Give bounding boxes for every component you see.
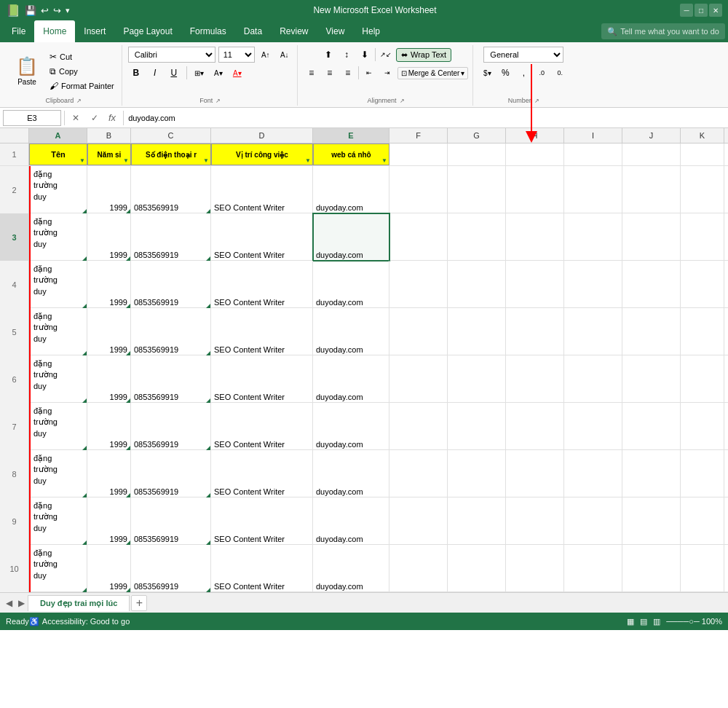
decrease-font-btn[interactable]: A↓ bbox=[277, 47, 293, 63]
quick-more[interactable]: ▾ bbox=[66, 6, 70, 15]
cell-i2[interactable] bbox=[564, 166, 622, 213]
cell-a9[interactable]: đặngtrườngduy bbox=[29, 497, 87, 545]
search-bar[interactable]: 🔍 Tell me what you want to do bbox=[601, 23, 725, 39]
decrease-decimal-btn[interactable]: .0 bbox=[534, 65, 550, 81]
menu-page-layout[interactable]: Page Layout bbox=[114, 20, 181, 42]
col-header-k[interactable]: K bbox=[681, 128, 724, 143]
col-header-c[interactable]: C bbox=[131, 128, 211, 143]
maximize-btn[interactable]: □ bbox=[695, 4, 708, 17]
col-header-i[interactable]: I bbox=[564, 128, 622, 143]
align-bottom-btn[interactable]: ⬇ bbox=[357, 47, 373, 63]
cell-d6[interactable]: SEO Content Writer bbox=[211, 355, 313, 403]
currency-btn[interactable]: $▾ bbox=[479, 65, 495, 81]
decrease-indent-btn[interactable]: ⇤ bbox=[361, 65, 377, 81]
col-header-h[interactable]: H bbox=[506, 128, 564, 143]
cell-h2[interactable] bbox=[506, 166, 564, 213]
cell-f9[interactable] bbox=[389, 497, 448, 545]
cell-k6[interactable] bbox=[681, 355, 724, 403]
cell-a8[interactable]: đặngtrườngduy bbox=[29, 450, 87, 497]
font-name-select[interactable]: Calibri bbox=[128, 47, 215, 63]
cell-k2[interactable] bbox=[681, 166, 724, 213]
cell-e5[interactable]: duyoday.com bbox=[313, 308, 389, 355]
page-layout-btn[interactable]: ▤ bbox=[640, 617, 647, 626]
cell-g2[interactable] bbox=[448, 166, 506, 213]
cell-f7[interactable] bbox=[389, 403, 448, 450]
font-size-select[interactable]: 11 bbox=[218, 47, 255, 63]
cell-k10[interactable] bbox=[681, 545, 724, 592]
cell-c9[interactable]: 0853569919 bbox=[131, 497, 211, 545]
cell-b5[interactable]: 1999 bbox=[87, 308, 131, 355]
cell-h3[interactable] bbox=[506, 213, 564, 261]
cell-k1[interactable] bbox=[681, 143, 724, 165]
cell-i6[interactable] bbox=[564, 355, 622, 403]
cell-c3[interactable]: 0853569919 bbox=[131, 213, 211, 261]
cell-f3[interactable] bbox=[389, 213, 448, 261]
cell-j9[interactable] bbox=[622, 497, 681, 545]
cell-g10[interactable] bbox=[448, 545, 506, 592]
scroll-right-btn[interactable]: ▶ bbox=[15, 598, 28, 608]
merge-center-button[interactable]: ⊡ Merge & Center ▾ bbox=[397, 67, 469, 79]
copy-button[interactable]: ⧉ Copy bbox=[47, 65, 117, 78]
menu-home[interactable]: Home bbox=[34, 20, 75, 42]
cell-c10[interactable]: 0853569919 bbox=[131, 545, 211, 592]
sheet-tab-1[interactable]: Duy đẹp trai mọi lúc bbox=[28, 595, 130, 611]
wrap-text-button[interactable]: ⬌ Wrap Text bbox=[396, 48, 451, 62]
menu-view[interactable]: View bbox=[317, 20, 354, 42]
cell-e1[interactable]: web cá nhô ▼ bbox=[313, 143, 389, 165]
cell-k8[interactable] bbox=[681, 450, 724, 497]
cell-g4[interactable] bbox=[448, 261, 506, 308]
clipboard-expand-icon[interactable]: ↗ bbox=[76, 98, 82, 104]
cell-c8[interactable]: 0853569919 bbox=[131, 450, 211, 497]
normal-view-btn[interactable]: ▦ bbox=[627, 617, 634, 626]
cell-a7[interactable]: đặngtrườngduy bbox=[29, 403, 87, 450]
cell-i7[interactable] bbox=[564, 403, 622, 450]
fill-color-button[interactable]: A▾ bbox=[210, 65, 226, 81]
text-direction-btn[interactable]: ↗↙ bbox=[378, 47, 394, 63]
cell-j5[interactable] bbox=[622, 308, 681, 355]
cell-d7[interactable]: SEO Content Writer bbox=[211, 403, 313, 450]
zoom-slider[interactable]: ────○─ 100% bbox=[666, 617, 722, 626]
col-header-d[interactable]: D bbox=[211, 128, 313, 143]
col-header-j[interactable]: J bbox=[622, 128, 681, 143]
cell-b3[interactable]: 1999 bbox=[87, 213, 131, 261]
cell-k9[interactable] bbox=[681, 497, 724, 545]
menu-insert[interactable]: Insert bbox=[75, 20, 114, 42]
cell-h8[interactable] bbox=[506, 450, 564, 497]
alignment-expand-icon[interactable]: ↗ bbox=[400, 98, 405, 104]
increase-indent-btn[interactable]: ⇥ bbox=[379, 65, 395, 81]
cell-e10[interactable]: duyoday.com bbox=[313, 545, 389, 592]
cell-a10[interactable]: đặngtrườngduy bbox=[29, 545, 87, 592]
col-header-f[interactable]: F bbox=[389, 128, 448, 143]
cell-e4[interactable]: duyoday.com bbox=[313, 261, 389, 308]
percent-btn[interactable]: % bbox=[497, 65, 513, 81]
cell-g1[interactable] bbox=[448, 143, 506, 165]
cell-f10[interactable] bbox=[389, 545, 448, 592]
cell-a6[interactable]: đặngtrườngduy bbox=[29, 355, 87, 403]
cell-g9[interactable] bbox=[448, 497, 506, 545]
cell-h10[interactable] bbox=[506, 545, 564, 592]
cell-h6[interactable] bbox=[506, 355, 564, 403]
cell-f1[interactable] bbox=[389, 143, 448, 165]
cell-i3[interactable] bbox=[564, 213, 622, 261]
font-color-button[interactable]: A▾ bbox=[229, 65, 245, 81]
cell-reference-input[interactable] bbox=[3, 110, 61, 126]
cell-f4[interactable] bbox=[389, 261, 448, 308]
scroll-left-btn[interactable]: ◀ bbox=[3, 598, 15, 608]
menu-formulas[interactable]: Formulas bbox=[181, 20, 235, 42]
quick-undo[interactable]: ↩ bbox=[41, 5, 49, 16]
align-right-btn[interactable]: ≡ bbox=[340, 65, 356, 81]
page-break-btn[interactable]: ▥ bbox=[653, 617, 660, 626]
cell-e7[interactable]: duyoday.com bbox=[313, 403, 389, 450]
cell-a4[interactable]: đặngtrườngduy bbox=[29, 261, 87, 308]
cut-button[interactable]: ✂ Cut bbox=[47, 50, 117, 63]
number-format-select[interactable]: General bbox=[483, 47, 563, 63]
bold-button[interactable]: B bbox=[128, 65, 144, 81]
cell-h5[interactable] bbox=[506, 308, 564, 355]
cell-a5[interactable]: đặngtrườngduy bbox=[29, 308, 87, 355]
cell-k5[interactable] bbox=[681, 308, 724, 355]
cell-a2[interactable]: đặngtrườngduy bbox=[29, 166, 87, 213]
cell-e9[interactable]: duyoday.com bbox=[313, 497, 389, 545]
cell-d3[interactable]: SEO Content Writer bbox=[211, 213, 313, 261]
cell-j2[interactable] bbox=[622, 166, 681, 213]
cell-j3[interactable] bbox=[622, 213, 681, 261]
